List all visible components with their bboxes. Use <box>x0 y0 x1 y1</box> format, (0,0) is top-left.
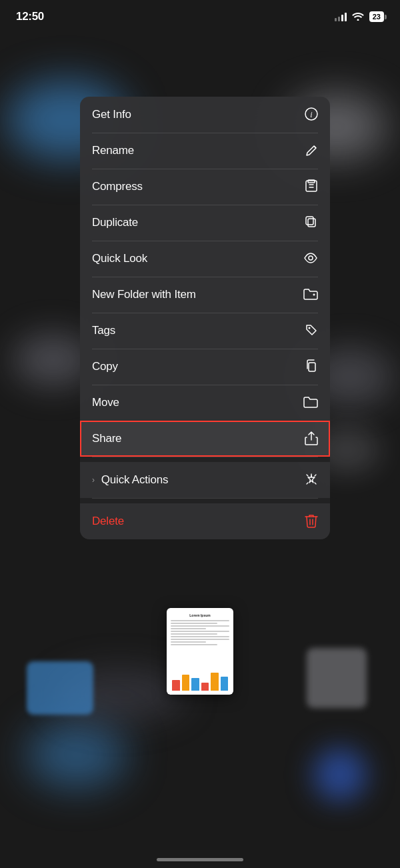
doc-line <box>171 633 217 635</box>
svg-point-7 <box>309 327 311 329</box>
document-preview: Lorem Ipsum <box>167 608 233 695</box>
folder-preview <box>27 661 93 715</box>
folder-icon <box>303 396 318 410</box>
menu-item-copy-label: Copy <box>92 360 118 373</box>
menu-item-move[interactable]: Move <box>80 385 330 421</box>
chart-bar <box>172 680 180 691</box>
menu-item-get-info[interactable]: Get Info i <box>80 97 330 133</box>
compress-icon <box>305 179 318 195</box>
quick-actions-icon <box>305 473 318 488</box>
menu-item-compress-label: Compress <box>92 180 143 193</box>
chart-bar <box>182 675 190 691</box>
status-time: 12:50 <box>16 10 44 23</box>
menu-item-duplicate[interactable]: Duplicate <box>80 205 330 241</box>
menu-item-quick-look[interactable]: Quick Look <box>80 241 330 277</box>
doc-line <box>171 641 206 643</box>
menu-item-share-label: Share <box>92 432 121 445</box>
doc-line <box>171 639 229 640</box>
svg-rect-4 <box>308 219 315 227</box>
menu-item-new-folder[interactable]: New Folder with Item <box>80 277 330 313</box>
doc-line <box>171 623 217 624</box>
context-menu: Get Info i Rename Compress Duplic <box>80 97 330 539</box>
tag-icon <box>305 323 318 339</box>
menu-item-get-info-label: Get Info <box>92 108 131 121</box>
share-icon <box>305 431 318 447</box>
menu-item-quick-actions-label: › Quick Actions <box>92 473 168 487</box>
chart-bar <box>201 683 209 691</box>
status-icons: 23 <box>335 11 384 23</box>
home-indicator <box>157 858 243 861</box>
menu-item-delete-label: Delete <box>92 515 124 528</box>
doc-line <box>171 636 229 637</box>
trash-icon <box>305 513 318 530</box>
menu-section-divider <box>80 457 330 462</box>
wifi-icon <box>352 11 364 23</box>
eye-icon <box>303 253 318 265</box>
svg-point-6 <box>309 256 313 260</box>
menu-item-compress[interactable]: Compress <box>80 169 330 205</box>
menu-item-tags[interactable]: Tags <box>80 313 330 349</box>
svg-text:i: i <box>310 110 312 119</box>
doc-line <box>171 631 229 632</box>
white-blob <box>307 648 367 708</box>
doc-line <box>171 620 229 621</box>
chart-bar <box>211 673 219 691</box>
svg-rect-3 <box>308 180 315 183</box>
menu-item-delete[interactable]: Delete <box>80 503 330 539</box>
doc-line <box>171 644 217 645</box>
svg-rect-5 <box>306 217 313 225</box>
menu-item-rename[interactable]: Rename <box>80 133 330 169</box>
menu-item-share[interactable]: Share <box>80 421 330 457</box>
copy-icon <box>305 359 318 375</box>
doc-title: Lorem Ipsum <box>171 613 229 617</box>
menu-section-divider-2 <box>80 498 330 503</box>
chart-bar <box>221 677 229 691</box>
new-folder-icon <box>303 288 318 302</box>
doc-lines <box>171 620 229 645</box>
chart-bar <box>191 678 199 691</box>
info-icon: i <box>305 107 318 123</box>
status-bar: 12:50 23 <box>0 0 400 33</box>
doc-line <box>171 628 206 629</box>
pencil-icon <box>306 144 318 158</box>
menu-item-duplicate-label: Duplicate <box>92 216 138 229</box>
duplicate-icon <box>305 215 318 231</box>
menu-item-move-label: Move <box>92 396 119 409</box>
menu-item-tags-label: Tags <box>92 324 115 337</box>
menu-item-new-folder-label: New Folder with Item <box>92 288 196 301</box>
battery-icon: 23 <box>369 11 384 22</box>
chevron-right-icon: › <box>92 475 95 485</box>
doc-chart <box>171 671 229 691</box>
menu-item-quick-actions[interactable]: › Quick Actions <box>80 462 330 498</box>
doc-line <box>171 625 229 627</box>
menu-item-quick-look-label: Quick Look <box>92 252 147 265</box>
menu-item-copy[interactable]: Copy <box>80 349 330 385</box>
menu-item-rename-label: Rename <box>92 144 134 157</box>
signal-icon <box>335 12 347 21</box>
svg-rect-8 <box>309 363 315 371</box>
